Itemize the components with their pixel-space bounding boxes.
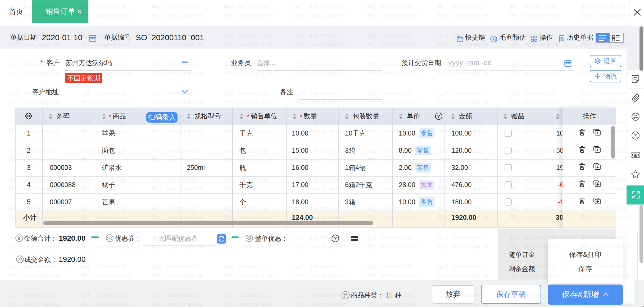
svg-text:?: ? bbox=[334, 236, 337, 241]
svg-text:?: ? bbox=[437, 114, 440, 119]
svg-text:欠: 欠 bbox=[633, 133, 638, 138]
svg-text:毛: 毛 bbox=[492, 37, 496, 41]
